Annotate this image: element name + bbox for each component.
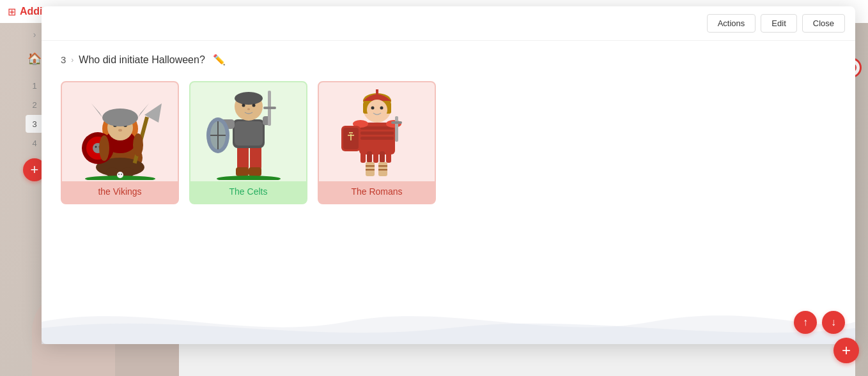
wave-decoration — [42, 299, 855, 344]
answer-cards: the Vikings — [61, 81, 836, 204]
card-image-area-romans — [319, 82, 435, 181]
svg-rect-53 — [373, 151, 378, 163]
sidebar-item-3[interactable]: 3 — [26, 115, 43, 133]
svg-rect-50 — [360, 137, 394, 140]
celts-image — [204, 84, 293, 180]
svg-point-24 — [117, 172, 123, 178]
svg-point-46 — [217, 176, 281, 180]
svg-rect-55 — [386, 151, 391, 163]
svg-point-66 — [380, 106, 383, 109]
svg-rect-70 — [391, 121, 402, 124]
svg-point-19 — [99, 135, 109, 161]
roman-image — [332, 84, 422, 180]
sidebar-item-2[interactable]: 2 — [26, 96, 43, 114]
svg-rect-72 — [378, 162, 387, 176]
svg-rect-49 — [360, 132, 394, 135]
card-label-romans: The Romans — [319, 181, 435, 203]
svg-rect-30 — [235, 121, 263, 146]
modal-header: Actions Edit Close — [42, 6, 855, 41]
viking-image — [69, 84, 171, 180]
question-header: 3 › Who did initiate Halloween? ✏️ — [61, 54, 836, 66]
question-text: Who did initiate Halloween? — [79, 54, 205, 66]
card-label-vikings: the Vikings — [62, 181, 178, 203]
modal-body: 3 › Who did initiate Halloween? ✏️ — [42, 41, 855, 344]
svg-rect-51 — [360, 151, 366, 163]
svg-point-43 — [247, 108, 250, 110]
question-number: 3 — [61, 54, 66, 65]
svg-rect-52 — [367, 151, 372, 163]
svg-rect-45 — [249, 167, 261, 176]
svg-rect-61 — [376, 89, 378, 101]
card-image-area-vikings — [62, 82, 178, 181]
sidebar-item-4[interactable]: 4 — [26, 134, 43, 152]
svg-point-11 — [102, 109, 138, 126]
close-button[interactable]: Close — [802, 14, 845, 33]
sidebar-item-1[interactable]: 1 — [26, 77, 43, 94]
svg-rect-54 — [380, 151, 385, 163]
answer-card-celts[interactable]: The Celts — [189, 81, 307, 204]
bottom-right-add-button[interactable]: + — [833, 338, 859, 363]
question-edit-pencil-icon[interactable]: ✏️ — [213, 54, 226, 66]
sidebar-collapse-arrow[interactable]: › — [26, 26, 43, 43]
svg-point-40 — [235, 92, 263, 105]
svg-rect-71 — [366, 162, 375, 176]
card-image-area-celts — [190, 82, 306, 181]
svg-point-42 — [252, 103, 255, 107]
svg-point-64 — [367, 100, 387, 120]
svg-rect-48 — [360, 126, 394, 130]
navigation-arrows: ↑ ↓ — [794, 311, 845, 334]
svg-point-10 — [118, 129, 122, 132]
svg-rect-69 — [395, 116, 398, 142]
svg-point-41 — [242, 103, 245, 107]
modal: Actions Edit Close 3 › Who did initiate … — [42, 6, 855, 344]
svg-rect-44 — [236, 167, 249, 176]
answer-card-vikings[interactable]: the Vikings — [61, 81, 179, 204]
svg-point-17 — [95, 146, 97, 147]
actions-button[interactable]: Actions — [707, 14, 756, 33]
svg-point-25 — [118, 174, 120, 175]
svg-point-26 — [121, 174, 122, 175]
svg-point-65 — [371, 106, 374, 109]
answer-card-romans[interactable]: The Romans — [318, 81, 436, 204]
nav-up-button[interactable]: ↑ — [794, 311, 817, 334]
svg-rect-38 — [263, 107, 276, 109]
card-label-celts: The Celts — [190, 181, 306, 203]
nav-down-button[interactable]: ↓ — [822, 311, 845, 334]
svg-point-20 — [133, 133, 143, 156]
edit-button[interactable]: Edit — [761, 14, 796, 33]
question-separator: › — [71, 56, 74, 64]
